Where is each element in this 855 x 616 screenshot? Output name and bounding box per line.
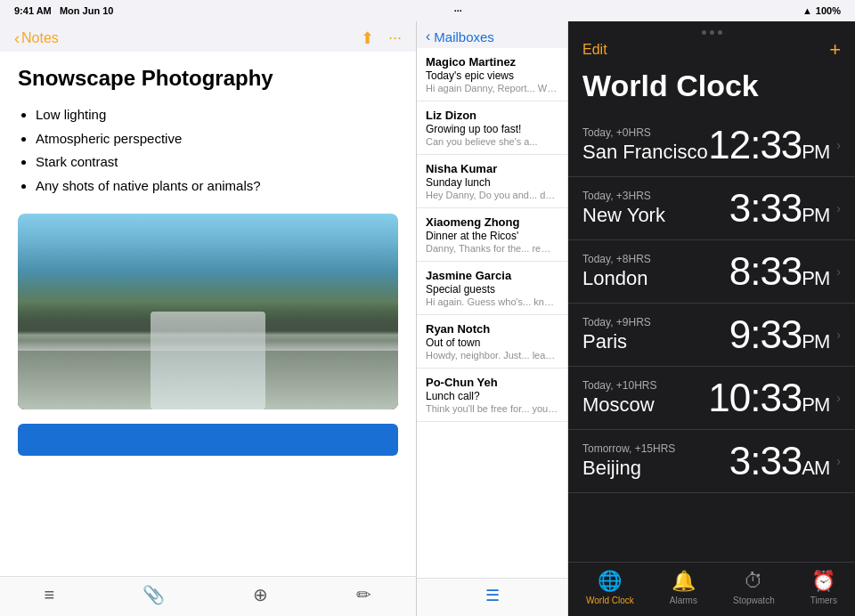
mail-item-2[interactable]: Liz Dizon Growing up too fast! Can you b…	[417, 101, 567, 155]
mail-filter-icon[interactable]: ☰	[485, 586, 500, 605]
chevron-right-icon: ›	[836, 454, 841, 468]
mail-back-chevron-icon: ‹	[426, 28, 430, 45]
wifi-icon: ▲	[802, 5, 812, 16]
dot-1	[702, 30, 706, 35]
notes-header: ‹ Notes ⬆ ···	[0, 21, 416, 52]
clock-city: London	[582, 267, 651, 290]
mail-subject: Out of town	[426, 336, 558, 349]
chevron-right-icon: ›	[836, 201, 841, 215]
mail-back-label[interactable]: Mailboxes	[434, 29, 494, 45]
clock-time: 10:33PM	[708, 376, 829, 420]
mail-preview: Howdy, neighbor. Just... leaving Tuesday…	[426, 350, 558, 361]
clock-item-new-york[interactable]: Today, +3HRS New York 3:33PM ›	[568, 177, 855, 240]
clock-time: 3:33AM	[729, 439, 830, 483]
notes-compose-icon[interactable]: ✏	[356, 584, 371, 605]
mail-sender: Liz Dizon	[426, 109, 558, 122]
clock-city: Paris	[582, 330, 651, 353]
status-time: 9:41 AM Mon Jun 10	[14, 5, 113, 16]
mail-subject: Dinner at the Ricos'	[426, 230, 558, 242]
tab-world-clock[interactable]: 🌐 World Clock	[586, 570, 634, 605]
clock-offset: Today, +0HRS	[582, 126, 708, 139]
world-clock-icon: 🌐	[598, 570, 622, 593]
dot-2	[710, 30, 714, 35]
mail-sender: Ryan Notch	[426, 322, 558, 336]
mail-panel: ‹ Mailboxes Magico Martinez Today's epic…	[417, 21, 568, 616]
mail-subject: Special guests	[426, 283, 558, 296]
notes-back-label: Notes	[21, 30, 59, 46]
mail-item-1[interactable]: Magico Martinez Today's epic views Hi ag…	[417, 48, 567, 101]
clock-item-san-francisco[interactable]: Today, +0HRS San Francisco 12:33PM ›	[568, 114, 855, 177]
mail-subject: Sunday lunch	[426, 176, 558, 189]
tab-timers[interactable]: ⏰ Timers	[810, 570, 837, 605]
tab-stopwatch-label: Stopwatch	[733, 596, 775, 605]
mail-item-4[interactable]: Xiaomeng Zhong Dinner at the Ricos' Dann…	[417, 208, 567, 262]
stopwatch-icon: ⏱	[744, 570, 763, 593]
clock-list: Today, +0HRS San Francisco 12:33PM › Tod…	[568, 114, 855, 562]
chevron-right-icon: ›	[836, 264, 841, 279]
clock-item-paris[interactable]: Today, +9HRS Paris 9:33PM ›	[568, 304, 855, 367]
clock-time: 3:33PM	[729, 186, 830, 231]
list-item: Stark contrast	[36, 152, 398, 173]
clock-item-london[interactable]: Today, +8HRS London 8:33PM ›	[568, 240, 855, 304]
chevron-right-icon: ›	[836, 138, 841, 152]
status-bar: 9:41 AM Mon Jun 10 ··· ▲ 100%	[0, 0, 855, 21]
timers-icon: ⏰	[811, 570, 835, 593]
clock-bottom-tabs: 🌐 World Clock 🔔 Alarms ⏱ Stopwatch ⏰ Tim…	[568, 562, 855, 616]
mail-preview: Can you believe she's a...	[426, 136, 558, 147]
notes-content: Snowscape Photography Low lighting Atmos…	[0, 52, 416, 576]
tab-stopwatch[interactable]: ⏱ Stopwatch	[733, 570, 775, 605]
mail-sender: Xiaomeng Zhong	[426, 215, 558, 229]
clock-drag-dots	[702, 30, 722, 35]
list-item: Atmospheric perspective	[36, 129, 398, 150]
chevron-right-icon: ›	[836, 328, 841, 342]
list-item: Any shots of native plants or animals?	[36, 176, 398, 197]
notes-list-icon[interactable]: ≡	[45, 585, 55, 605]
mail-preview: Think you'll be free for... you think mi…	[426, 403, 558, 414]
notes-bullet-list: Low lighting Atmospheric perspective Sta…	[18, 105, 398, 196]
clock-time: 8:33PM	[729, 249, 830, 294]
notes-attach-icon[interactable]: 📎	[142, 584, 165, 605]
alarms-icon: 🔔	[672, 570, 696, 593]
mail-item-6[interactable]: Ryan Notch Out of town Howdy, neighbor. …	[417, 315, 567, 369]
clock-offset: Tomorrow, +15HRS	[582, 442, 675, 455]
mail-preview: Hey Danny, Do you and... dad? If you two…	[426, 190, 558, 200]
clock-header: Edit +	[568, 38, 855, 65]
clock-offset: Today, +3HRS	[582, 190, 665, 202]
mail-sender: Po-Chun Yeh	[426, 376, 558, 389]
dot-3	[718, 30, 722, 35]
image-overlay	[18, 292, 398, 409]
clock-top-bar	[568, 21, 855, 38]
notes-blue-bar[interactable]	[18, 424, 398, 456]
clock-item-moscow[interactable]: Today, +10HRS Moscow 10:33PM ›	[568, 367, 855, 430]
clock-panel: Edit + World Clock Today, +0HRS San Fran…	[568, 21, 855, 616]
tab-alarms[interactable]: 🔔 Alarms	[670, 570, 697, 605]
notes-photo	[18, 214, 398, 409]
mail-sender: Jasmine Garcia	[426, 269, 558, 282]
list-item: Low lighting	[36, 105, 398, 126]
mail-preview: Hi again Danny, Report... Wide open skie…	[426, 83, 558, 93]
back-chevron-icon: ‹	[14, 29, 20, 48]
clock-title: World Clock	[568, 65, 855, 114]
notes-toolbar: ≡ 📎 ⊕ ✏	[0, 576, 416, 616]
status-center: ···	[454, 5, 462, 16]
notes-panel: ‹ Notes ⬆ ··· Snowscape Photography Low …	[0, 21, 417, 616]
clock-offset: Today, +9HRS	[582, 316, 651, 328]
main-container: ‹ Notes ⬆ ··· Snowscape Photography Low …	[0, 21, 855, 616]
clock-add-button[interactable]: +	[829, 38, 841, 61]
clock-item-beijing[interactable]: Tomorrow, +15HRS Beijing 3:33AM ›	[568, 430, 855, 493]
mail-preview: Danny, Thanks for the... remembered to t…	[426, 243, 558, 254]
mail-subject: Growing up too fast!	[426, 123, 558, 135]
notes-markup-icon[interactable]: ⊕	[253, 584, 268, 605]
mail-preview: Hi again. Guess who's... know how to mak…	[426, 296, 558, 307]
mail-item-3[interactable]: Nisha Kumar Sunday lunch Hey Danny, Do y…	[417, 155, 567, 208]
clock-time: 9:33PM	[729, 312, 830, 357]
notes-back-button[interactable]: ‹ Notes	[14, 29, 59, 48]
notes-more-button[interactable]: ···	[388, 28, 402, 48]
notes-share-button[interactable]: ⬆	[361, 28, 374, 48]
mail-sender: Magico Martinez	[426, 55, 558, 69]
mail-item-7[interactable]: Po-Chun Yeh Lunch call? Think you'll be …	[417, 369, 567, 422]
battery-indicator: 100%	[816, 5, 841, 16]
clock-edit-button[interactable]: Edit	[582, 42, 607, 58]
mail-item-5[interactable]: Jasmine Garcia Special guests Hi again. …	[417, 262, 567, 315]
status-right: ▲ 100%	[802, 5, 841, 16]
